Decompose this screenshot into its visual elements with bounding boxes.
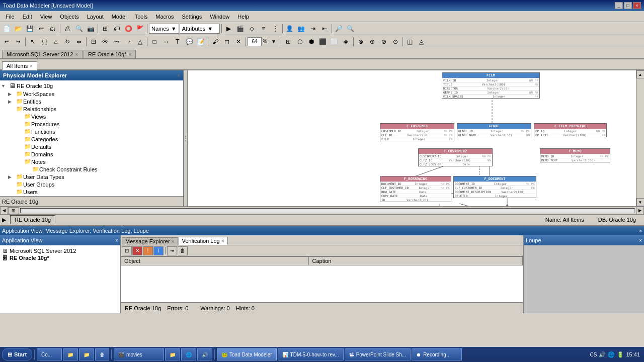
diagram-tab-allitems-close[interactable]: ×	[30, 63, 33, 69]
navigate3-button[interactable]: ⬢	[306, 36, 317, 47]
delete-button[interactable]: ✕	[233, 36, 244, 47]
doc-tab-oracle-close[interactable]: ×	[129, 52, 132, 57]
diagram-nav-arrow[interactable]: ▶	[2, 217, 6, 223]
extra2-button[interactable]: ◬	[416, 36, 427, 47]
table-genre[interactable]: GENRE GENRE_IDIntegerNN PK GENRE_NAMEVar…	[457, 123, 531, 137]
title-controls[interactable]: _ □ ×	[615, 2, 641, 9]
diagram-tab-allitems[interactable]: All Items ×	[2, 61, 37, 70]
play-button[interactable]: ▶	[223, 23, 234, 34]
zoom-out-button[interactable]: 🔍	[345, 23, 356, 34]
scroll-right-button[interactable]: ▶	[636, 207, 644, 215]
attributes-dropdown[interactable]: Attributes ▼	[180, 24, 220, 34]
taskbar-co[interactable]: Co...	[37, 348, 62, 360]
tool1-button[interactable]: ⊗	[355, 36, 366, 47]
menu-window[interactable]: Window	[206, 12, 233, 21]
users-button[interactable]: 👥	[296, 23, 307, 34]
close-window-button[interactable]: ×	[633, 2, 641, 9]
tree-relationships[interactable]: 📁 Relationships	[8, 105, 183, 113]
tab-verification-log[interactable]: Verification Log ×	[179, 237, 228, 245]
tool2-button[interactable]: ⊕	[367, 36, 378, 47]
undo-button[interactable]: ↩	[1, 36, 12, 47]
msg-select-all-button[interactable]: ⊡	[122, 246, 132, 255]
scroll-down-button[interactable]: ▼	[636, 198, 645, 206]
tag-button[interactable]: 🏷	[111, 23, 122, 34]
zoom-in-button[interactable]: 🔎	[334, 23, 345, 34]
taskbar-movies-folder[interactable]: 📁	[165, 348, 180, 360]
ellipse-tool-button[interactable]: ○	[160, 36, 172, 47]
app-view-close[interactable]: ×	[115, 238, 118, 243]
doc-tab-sqlserver[interactable]: Microsoft SQL Server 2012 ×	[2, 50, 83, 58]
tree-domains[interactable]: 📁 Domains	[16, 150, 183, 158]
menu-view[interactable]: View	[37, 12, 56, 21]
taskbar-browser[interactable]: 🌐	[181, 348, 196, 360]
start-button[interactable]: ⊞ Start	[2, 348, 32, 360]
select-button[interactable]: ↖	[27, 36, 38, 47]
magnify-button[interactable]: 🔍	[73, 23, 85, 34]
rect-select-button[interactable]: ⬚	[39, 36, 50, 47]
undo-arrow-button[interactable]: ↩	[36, 23, 47, 34]
table-f-document[interactable]: F_DOCUMENT DOCUMENT_IDIntegerNN PK CLF_C…	[453, 176, 536, 198]
connector-button[interactable]: ⤳	[111, 36, 122, 47]
menu-layout[interactable]: Layout	[84, 12, 107, 21]
tree-entities[interactable]: ▶ 📁 Entities	[8, 98, 183, 105]
zoom-percent-btn[interactable]: ▼	[268, 36, 279, 47]
minimize-button[interactable]: _	[615, 2, 623, 9]
app-view-sqlserver[interactable]: 🖥 Microsoft SQL Server 2012	[2, 247, 118, 254]
table-f-borrowing[interactable]: F_BORROWING DOCUMENT_IDIntegerNN PK CLF_…	[380, 176, 451, 202]
table-f-film-premiere[interactable]: F_FILM_PREMIERE FP_IDIntegerNN PK FP_TEX…	[534, 123, 607, 137]
text-tool-button[interactable]: T	[172, 36, 183, 47]
menu-tools[interactable]: Tools	[131, 12, 151, 21]
flip-button[interactable]: ⇔	[73, 36, 85, 47]
grid-button[interactable]: ⊞	[100, 23, 111, 34]
tree-defaults[interactable]: 📁 Defaults	[16, 143, 183, 150]
tree-functions[interactable]: 📁 Functions	[16, 128, 183, 135]
eraser-button[interactable]: ◻	[221, 36, 232, 47]
shapes-button[interactable]: ◇	[247, 23, 258, 34]
table-button[interactable]: ⊟	[88, 36, 99, 47]
redo-button[interactable]: ↪	[13, 36, 24, 47]
taskbar-audio[interactable]: 🔊	[197, 348, 212, 360]
navigate5-button[interactable]: ⬜	[329, 36, 340, 47]
align-button[interactable]: ≡	[258, 23, 269, 34]
table-f-customer[interactable]: F_CUSTOMER CUSTOMER_IDIntegerNN PK CLF_I…	[380, 123, 454, 141]
inherit-button[interactable]: △	[134, 36, 145, 47]
tree-user-groups[interactable]: 📁 User Groups	[8, 180, 183, 188]
circle-tag-button[interactable]: ⭕	[123, 23, 134, 34]
taskbar-tdm-slides[interactable]: 📊 TDM-5-0-how-to rev...	[278, 348, 344, 360]
panel-resize-handle[interactable]	[184, 70, 188, 206]
tool3-button[interactable]: ⊘	[378, 36, 389, 47]
tree-categories[interactable]: 📁 Categories	[16, 135, 183, 143]
tree-notes[interactable]: 📁 Notes	[16, 158, 183, 165]
tree-root[interactable]: ▼ 🖥 RE Oracle 10g	[0, 81, 183, 90]
tree-check-constraint-rules[interactable]: 📁 Check Constraint Rules	[24, 165, 183, 173]
taskbar-toad[interactable]: 🐸 Toad Data Modeler	[217, 348, 277, 360]
user-button[interactable]: 👤	[284, 23, 295, 34]
doc-tab-oracle[interactable]: RE Oracle 10g* ×	[84, 50, 136, 58]
taskbar-folder1[interactable]: 📁	[63, 348, 78, 360]
tree-procedures[interactable]: 📁 Procedures	[16, 120, 183, 128]
tree-views[interactable]: 📁 Views	[16, 113, 183, 120]
tree-workspaces[interactable]: ▶ 📁 WorkSpaces	[8, 90, 183, 98]
taskbar-recording[interactable]: ⏺ Recording ,	[412, 348, 462, 360]
table-film[interactable]: FILM FILM_IDIntegerNN PK TITLEVarchar2(1…	[442, 72, 540, 99]
navigate4-button[interactable]: ⬛	[317, 36, 329, 47]
menu-edit[interactable]: Edit	[19, 12, 36, 21]
print-button[interactable]: 🖨	[62, 23, 73, 34]
note-button[interactable]: 📝	[195, 36, 206, 47]
tab-verification-log-close[interactable]: ×	[221, 238, 224, 244]
export-button[interactable]: ⇥	[307, 23, 318, 34]
scroll-up-button[interactable]: ▲	[636, 70, 645, 78]
table-f-customer2[interactable]: F_CUSTOMER2 CUSTOMER2_IDIntegerNN PK CLF…	[418, 148, 493, 166]
msg-export-button[interactable]: ⇥	[167, 246, 177, 255]
new-button[interactable]: 📄	[1, 23, 12, 34]
app-view-oracle[interactable]: 🗄 RE Oracle 10g*	[2, 254, 118, 261]
distribute-button[interactable]: ⋮	[270, 23, 281, 34]
tree-users[interactable]: 📁 Users	[8, 188, 183, 196]
table-f-memo[interactable]: F_MEMO MEMO_IDIntegerNN PK MEMO_TEXTVarc…	[540, 148, 610, 162]
rotate-button[interactable]: ↻	[62, 36, 73, 47]
msg-hint-filter-button[interactable]: i	[153, 246, 164, 255]
bottom-header-close[interactable]: ×	[639, 228, 642, 234]
camera-button[interactable]: 📷	[85, 23, 96, 34]
fk-connector-button[interactable]: ⇀	[123, 36, 134, 47]
callout-button[interactable]: 💬	[184, 36, 195, 47]
